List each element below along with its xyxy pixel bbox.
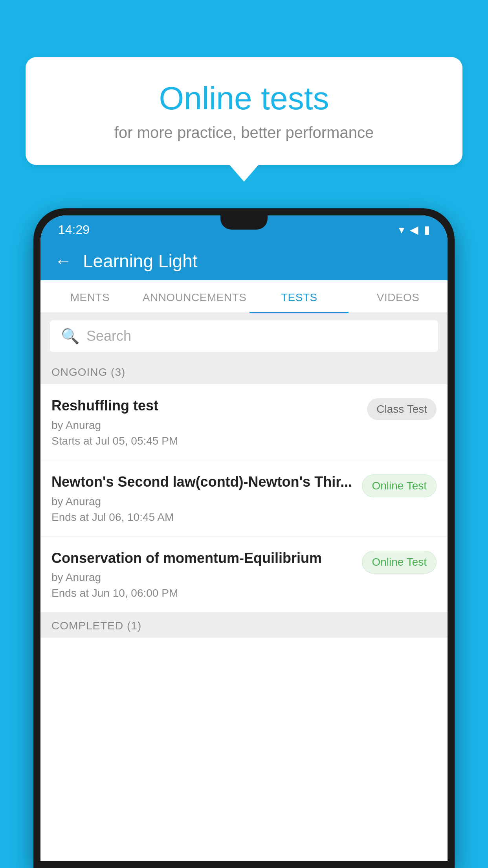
test-name: Conservation of momentum-Equilibrium <box>51 549 354 568</box>
phone-notch <box>220 215 268 230</box>
test-badge-class: Class Test <box>367 398 437 420</box>
test-author: by Anurag <box>51 495 354 508</box>
status-time: 14:29 <box>58 223 90 237</box>
test-time: Starts at Jul 05, 05:45 PM <box>51 435 359 447</box>
phone-frame: 14:29 ▾ ◀ ▮ ← Learning Light MENTS ANNOU… <box>33 208 455 868</box>
back-button[interactable]: ← <box>55 252 72 270</box>
search-icon: 🔍 <box>61 327 79 345</box>
tab-announcements[interactable]: ANNOUNCEMENTS <box>139 280 250 313</box>
bubble-title: Online tests <box>53 81 435 116</box>
search-container: 🔍 Search <box>40 313 448 359</box>
wifi-icon: ▾ <box>399 223 404 236</box>
test-time: Ends at Jul 06, 10:45 AM <box>51 511 354 524</box>
test-item[interactable]: Conservation of momentum-Equilibrium by … <box>40 537 448 613</box>
app-title: Learning Light <box>83 250 198 272</box>
ongoing-section-header: ONGOING (3) <box>40 359 448 384</box>
test-name: Reshuffling test <box>51 397 359 415</box>
search-placeholder: Search <box>86 328 131 344</box>
test-time: Ends at Jun 10, 06:00 PM <box>51 587 354 600</box>
tabs-bar: MENTS ANNOUNCEMENTS TESTS VIDEOS <box>40 280 448 313</box>
test-item[interactable]: Newton's Second law(contd)-Newton's Thir… <box>40 460 448 537</box>
status-icons: ▾ ◀ ▮ <box>399 223 430 236</box>
tab-tests[interactable]: TESTS <box>250 280 349 313</box>
bubble-subtitle: for more practice, better performance <box>53 124 435 142</box>
phone-screen: 14:29 ▾ ◀ ▮ ← Learning Light MENTS ANNOU… <box>40 215 448 861</box>
test-badge-online: Online Test <box>362 474 437 497</box>
test-author: by Anurag <box>51 571 354 584</box>
tests-list: Reshuffling test by Anurag Starts at Jul… <box>40 384 448 861</box>
speech-bubble: Online tests for more practice, better p… <box>26 57 462 165</box>
search-bar[interactable]: 🔍 Search <box>50 320 438 352</box>
tab-ments[interactable]: MENTS <box>40 280 139 313</box>
completed-section-header: COMPLETED (1) <box>40 612 448 638</box>
app-header: ← Learning Light <box>40 242 448 280</box>
test-info: Conservation of momentum-Equilibrium by … <box>51 549 362 600</box>
test-item[interactable]: Reshuffling test by Anurag Starts at Jul… <box>40 384 448 460</box>
signal-icon: ◀ <box>410 223 418 236</box>
test-info: Reshuffling test by Anurag Starts at Jul… <box>51 397 367 447</box>
test-info: Newton's Second law(contd)-Newton's Thir… <box>51 473 362 524</box>
test-author: by Anurag <box>51 419 359 432</box>
tab-videos[interactable]: VIDEOS <box>349 280 448 313</box>
speech-bubble-container: Online tests for more practice, better p… <box>26 57 462 165</box>
test-name: Newton's Second law(contd)-Newton's Thir… <box>51 473 354 491</box>
test-badge-online-2: Online Test <box>362 551 437 574</box>
battery-icon: ▮ <box>424 223 430 236</box>
